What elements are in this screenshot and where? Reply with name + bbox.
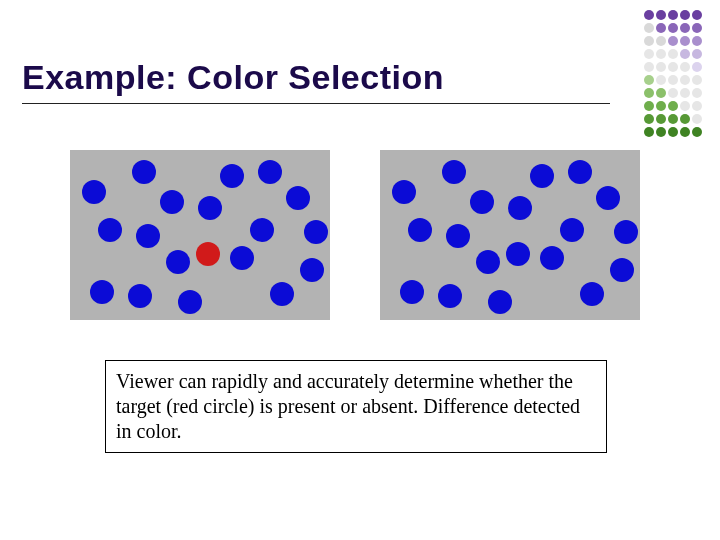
deco-dot bbox=[668, 75, 678, 85]
blue-circle bbox=[286, 186, 310, 210]
blue-circle bbox=[596, 186, 620, 210]
deco-dot bbox=[656, 10, 666, 20]
deco-dot bbox=[668, 36, 678, 46]
blue-circle bbox=[304, 220, 328, 244]
deco-dot bbox=[644, 101, 654, 111]
caption-box: Viewer can rapidly and accurately determ… bbox=[105, 360, 607, 453]
blue-circle bbox=[166, 250, 190, 274]
deco-dot bbox=[680, 75, 690, 85]
deco-dot bbox=[668, 62, 678, 72]
blue-circle bbox=[442, 160, 466, 184]
deco-dot bbox=[668, 23, 678, 33]
blue-circle bbox=[128, 284, 152, 308]
deco-dot bbox=[656, 49, 666, 59]
deco-dot bbox=[680, 88, 690, 98]
blue-circle bbox=[610, 258, 634, 282]
deco-dot bbox=[668, 49, 678, 59]
panel-target-absent bbox=[380, 150, 640, 320]
deco-dot bbox=[656, 23, 666, 33]
blue-circle bbox=[136, 224, 160, 248]
blue-circle bbox=[438, 284, 462, 308]
deco-dot bbox=[644, 114, 654, 124]
deco-dot bbox=[680, 10, 690, 20]
deco-dot bbox=[692, 36, 702, 46]
deco-dot bbox=[692, 114, 702, 124]
deco-dot bbox=[656, 36, 666, 46]
title-bar: Example: Color Selection bbox=[22, 58, 610, 104]
blue-circle bbox=[82, 180, 106, 204]
deco-dot bbox=[644, 10, 654, 20]
deco-dot bbox=[656, 101, 666, 111]
blue-circle bbox=[508, 196, 532, 220]
blue-circle bbox=[540, 246, 564, 270]
deco-dot bbox=[692, 101, 702, 111]
blue-circle bbox=[90, 280, 114, 304]
blue-circle bbox=[470, 190, 494, 214]
example-panels bbox=[70, 150, 640, 320]
blue-circle bbox=[258, 160, 282, 184]
deco-dot bbox=[668, 101, 678, 111]
blue-circle bbox=[178, 290, 202, 314]
blue-circle bbox=[408, 218, 432, 242]
deco-dot bbox=[680, 49, 690, 59]
blue-circle bbox=[530, 164, 554, 188]
deco-dot bbox=[644, 88, 654, 98]
deco-dot bbox=[680, 62, 690, 72]
blue-circle bbox=[488, 290, 512, 314]
deco-dot bbox=[692, 10, 702, 20]
blue-circle bbox=[220, 164, 244, 188]
blue-circle bbox=[560, 218, 584, 242]
blue-circle bbox=[580, 282, 604, 306]
deco-dot bbox=[644, 49, 654, 59]
deco-dot bbox=[668, 88, 678, 98]
deco-dot bbox=[656, 62, 666, 72]
blue-circle bbox=[230, 246, 254, 270]
blue-circle bbox=[132, 160, 156, 184]
red-circle bbox=[196, 242, 220, 266]
deco-dot bbox=[680, 101, 690, 111]
deco-dot bbox=[644, 62, 654, 72]
blue-circle bbox=[446, 224, 470, 248]
deco-dot bbox=[644, 127, 654, 137]
deco-dot bbox=[656, 75, 666, 85]
blue-circle bbox=[300, 258, 324, 282]
deco-dot bbox=[680, 36, 690, 46]
deco-dot bbox=[668, 114, 678, 124]
deco-dot bbox=[668, 127, 678, 137]
slide-title: Example: Color Selection bbox=[22, 58, 610, 97]
blue-circle bbox=[400, 280, 424, 304]
blue-circle bbox=[270, 282, 294, 306]
deco-dot bbox=[692, 127, 702, 137]
deco-dot bbox=[692, 62, 702, 72]
blue-circle bbox=[250, 218, 274, 242]
blue-circle bbox=[392, 180, 416, 204]
deco-dot bbox=[692, 88, 702, 98]
deco-dot bbox=[680, 114, 690, 124]
blue-circle bbox=[98, 218, 122, 242]
deco-dot bbox=[668, 10, 678, 20]
corner-dot-decoration bbox=[642, 10, 702, 140]
deco-dot bbox=[692, 75, 702, 85]
blue-circle bbox=[568, 160, 592, 184]
blue-circle bbox=[198, 196, 222, 220]
blue-circle bbox=[476, 250, 500, 274]
deco-dot bbox=[692, 49, 702, 59]
blue-circle bbox=[506, 242, 530, 266]
deco-dot bbox=[644, 36, 654, 46]
blue-circle bbox=[614, 220, 638, 244]
deco-dot bbox=[656, 114, 666, 124]
panel-target-present bbox=[70, 150, 330, 320]
deco-dot bbox=[644, 75, 654, 85]
deco-dot bbox=[680, 127, 690, 137]
deco-dot bbox=[692, 23, 702, 33]
deco-dot bbox=[656, 127, 666, 137]
deco-dot bbox=[644, 23, 654, 33]
deco-dot bbox=[656, 88, 666, 98]
blue-circle bbox=[160, 190, 184, 214]
deco-dot bbox=[680, 23, 690, 33]
